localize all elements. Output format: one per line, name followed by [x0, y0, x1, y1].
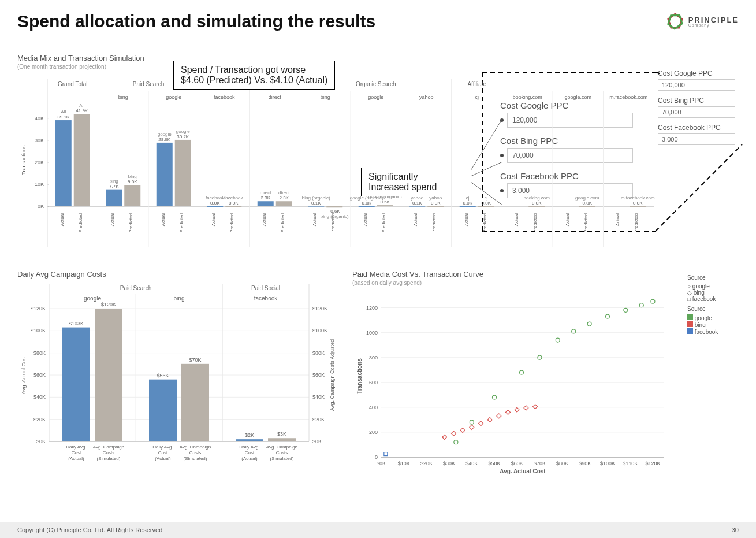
svg-text:2.3K: 2.3K — [280, 195, 289, 201]
svg-text:$0K: $0K — [36, 439, 46, 444]
chart3-title: Paid Media Cost Vs. Transaction Curve — [352, 270, 676, 279]
svg-text:20K: 20K — [35, 159, 44, 165]
svg-text:Predicted: Predicted — [431, 213, 437, 233]
svg-text:Actual: Actual — [464, 213, 469, 226]
svg-text:$40K: $40K — [312, 394, 325, 400]
svg-text:$70K: $70K — [189, 357, 201, 363]
page-title: Spend allocation and simulating the resu… — [17, 12, 375, 31]
chart3-legend: Source ○ google ◇ bing □ facebook Source… — [687, 274, 739, 484]
svg-text:(Actual): (Actual) — [241, 456, 258, 461]
svg-text:$2K: $2K — [245, 432, 254, 438]
svg-text:direct: direct — [269, 94, 282, 100]
svg-text:Predicted: Predicted — [179, 213, 184, 233]
svg-rect-202 — [268, 438, 296, 441]
svg-text:0.0K: 0.0K — [633, 201, 643, 206]
svg-text:direct: direct — [260, 190, 271, 195]
chart1-media-mix: 0K10K20K30K40KTransactionsGrand TotalPai… — [17, 73, 739, 261]
legend-title: Source — [687, 306, 739, 312]
svg-text:Avg. Actual Cost: Avg. Actual Cost — [21, 356, 27, 394]
callout-spend-transaction: Spend / Transaction got worse $4.60 (Pre… — [173, 61, 335, 90]
svg-rect-138 — [630, 206, 646, 207]
svg-text:$56K: $56K — [157, 373, 169, 379]
svg-text:2.3K: 2.3K — [261, 195, 271, 201]
svg-text:Paid Social: Paid Social — [251, 285, 280, 291]
svg-point-243 — [556, 338, 560, 342]
svg-text:$30K: $30K — [443, 461, 455, 466]
svg-text:$120K: $120K — [31, 306, 46, 311]
svg-text:Predicted: Predicted — [381, 213, 386, 233]
svg-text:$70K: $70K — [534, 461, 546, 466]
svg-text:Avg. Campaign: Avg. Campaign — [180, 444, 211, 450]
svg-text:Predicted: Predicted — [583, 213, 589, 233]
svg-text:$20K: $20K — [420, 461, 433, 466]
svg-text:Actual: Actual — [565, 213, 570, 226]
svg-rect-133 — [579, 206, 595, 207]
svg-text:Actual: Actual — [161, 213, 166, 226]
svg-text:google.com: google.com — [564, 94, 591, 100]
svg-text:41.9K: 41.9K — [76, 108, 88, 113]
svg-text:booking.com: booking.com — [513, 94, 542, 100]
svg-text:$20K: $20K — [33, 417, 46, 422]
svg-text:m.facebook.com: m.facebook.com — [609, 94, 647, 100]
svg-text:0.0K: 0.0K — [583, 201, 593, 206]
svg-text:Cost: Cost — [245, 450, 255, 455]
svg-point-249 — [651, 299, 655, 303]
svg-text:Predicted: Predicted — [634, 213, 639, 233]
svg-text:0.0K: 0.0K — [532, 201, 542, 206]
svg-text:$60K: $60K — [33, 372, 46, 378]
chart3-subtitle: (based on daily avg spend) — [352, 280, 676, 286]
svg-text:m.facebook.com: m.facebook.com — [621, 195, 655, 201]
svg-text:$0K: $0K — [377, 461, 386, 466]
svg-text:facebook: facebook — [224, 195, 243, 201]
svg-text:Affiliate: Affiliate — [467, 81, 486, 87]
svg-text:0.5K: 0.5K — [381, 199, 390, 205]
svg-text:Avg. Campaign: Avg. Campaign — [266, 444, 298, 450]
svg-rect-187 — [149, 380, 177, 441]
svg-rect-88 — [258, 201, 274, 206]
footer-page: 30 — [732, 526, 739, 533]
svg-text:9.6K: 9.6K — [128, 179, 137, 184]
svg-text:0.0K: 0.0K — [210, 201, 220, 206]
svg-text:Predicted: Predicted — [330, 213, 336, 233]
callout-increased-spend: Significantly Increased spend — [361, 168, 444, 196]
svg-text:Actual: Actual — [59, 213, 65, 226]
svg-rect-80 — [207, 206, 223, 207]
svg-text:Avg. Campaign Costs Adjusted: Avg. Campaign Costs Adjusted — [329, 339, 335, 411]
svg-point-241 — [520, 370, 524, 374]
svg-rect-83 — [225, 206, 241, 207]
svg-text:facebook: facebook — [214, 94, 235, 100]
svg-point-238 — [454, 440, 458, 444]
svg-text:$80K: $80K — [33, 350, 46, 356]
svg-text:(Simulated): (Simulated) — [270, 456, 294, 461]
svg-text:Paid Search: Paid Search — [133, 81, 164, 87]
svg-text:Predicted: Predicted — [532, 213, 538, 233]
svg-text:$50K: $50K — [488, 461, 500, 466]
svg-text:1000: 1000 — [366, 330, 378, 336]
svg-text:Paid Search: Paid Search — [120, 285, 151, 291]
svg-text:Grand Total: Grand Total — [58, 81, 88, 87]
svg-rect-112 — [409, 206, 425, 207]
svg-text:Daily Avg.: Daily Avg. — [66, 444, 86, 450]
svg-text:$120K: $120K — [101, 302, 116, 307]
legend-item: bing — [687, 321, 739, 328]
svg-text:Actual: Actual — [262, 213, 267, 226]
chart1-title: Media Mix and Transaction Simulation — [17, 54, 739, 62]
svg-text:0.1K: 0.1K — [311, 201, 321, 206]
svg-text:Costs: Costs — [276, 450, 288, 455]
svg-rect-104 — [359, 206, 375, 207]
svg-rect-250 — [384, 452, 388, 456]
svg-point-247 — [624, 308, 628, 312]
svg-rect-75 — [175, 140, 191, 206]
svg-text:google: google — [158, 132, 172, 137]
svg-text:600: 600 — [369, 380, 378, 385]
logo-icon — [666, 13, 684, 30]
callout-text: Significantly — [368, 172, 437, 182]
svg-text:Organic Search: Organic Search — [356, 81, 396, 87]
svg-text:10K: 10K — [35, 181, 44, 187]
svg-text:40K: 40K — [35, 116, 44, 121]
svg-rect-197 — [236, 439, 263, 441]
svg-text:google: google — [368, 94, 383, 100]
svg-text:Daily Avg.: Daily Avg. — [152, 444, 173, 450]
svg-text:Predicted: Predicted — [78, 213, 83, 233]
svg-text:$90K: $90K — [579, 461, 591, 466]
